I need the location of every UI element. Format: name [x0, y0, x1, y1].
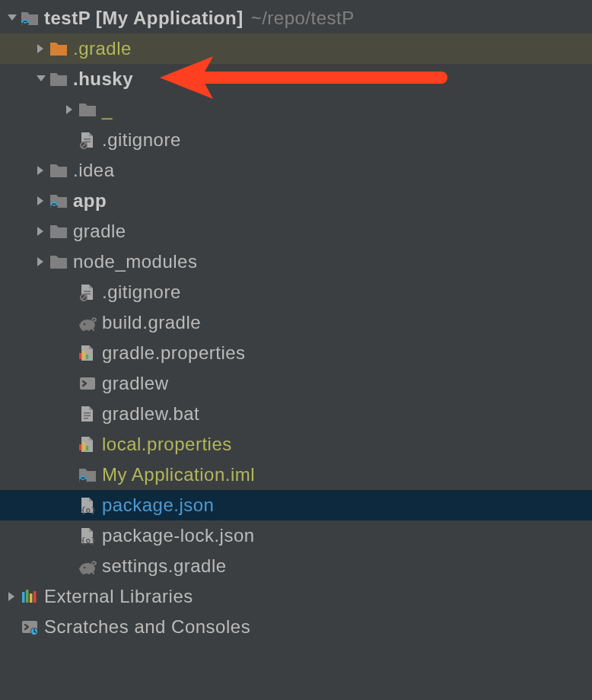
tree-item[interactable]: gradle.properties — [0, 338, 592, 368]
tree-item[interactable]: .gradle — [0, 33, 592, 64]
tree-item-label: gradlew.bat — [102, 403, 199, 425]
tree-item-label: package.json — [102, 495, 214, 516]
tree-item[interactable]: gradlew — [0, 368, 592, 399]
tree-item-label: _ — [102, 99, 113, 120]
tree-item-label: settings.gradle — [102, 555, 227, 577]
tree-item-label: External Libraries — [44, 586, 193, 607]
libraries-icon — [20, 587, 40, 606]
json-file-icon — [78, 496, 97, 514]
expand-toggle-icon[interactable] — [5, 14, 20, 23]
expand-toggle-icon[interactable] — [33, 196, 49, 206]
folder-gray-icon — [49, 222, 68, 240]
tree-item-label: .gradle — [73, 38, 132, 59]
tree-item[interactable]: My Application.iml — [0, 460, 592, 490]
tree-item-label: app — [73, 190, 107, 212]
tree-item-label: gradlew — [102, 373, 169, 394]
project-name: testP — [44, 8, 91, 28]
tree-item-label: .gitignore — [102, 129, 181, 151]
tree-item-label: local.properties — [102, 434, 232, 455]
tree-item[interactable]: .idea — [0, 155, 592, 186]
tree-item[interactable]: .gitignore — [0, 125, 592, 155]
tree-root[interactable]: testP [My Application]~/repo/testP — [0, 3, 592, 33]
folder-gray-icon — [49, 70, 68, 88]
file-generic-icon — [78, 405, 97, 423]
expand-toggle-icon[interactable] — [5, 591, 20, 602]
tree-item[interactable]: local.properties — [0, 429, 592, 460]
tree-item[interactable]: External Libraries — [0, 581, 592, 612]
tree-item-label: My Application.iml — [102, 464, 255, 485]
tree-item-label: build.gradle — [102, 312, 201, 333]
file-ignored-icon — [78, 283, 97, 301]
folder-gray-icon — [78, 100, 97, 119]
module-name: [My Application] — [96, 8, 243, 28]
properties-icon — [78, 435, 97, 453]
project-path: ~/repo/testP — [251, 8, 355, 28]
tree-item[interactable]: package.json — [0, 490, 592, 520]
tree-root-label: testP [My Application]~/repo/testP — [44, 8, 355, 29]
folder-gray-icon — [49, 253, 68, 271]
tree-item[interactable]: .gitignore — [0, 277, 592, 307]
tree-item-label: Scratches and Consoles — [44, 616, 250, 638]
file-ignored-icon — [78, 131, 97, 149]
tree-item-label: gradle — [73, 221, 126, 242]
gradle-elephant-icon — [78, 557, 97, 575]
tree-item[interactable]: settings.gradle — [0, 551, 592, 581]
tree-item-label: .husky — [73, 68, 133, 90]
json-file-icon — [78, 527, 97, 545]
tree-item-label: .gitignore — [102, 282, 181, 303]
expand-toggle-icon[interactable] — [33, 226, 49, 237]
tree-item-label: node_modules — [73, 251, 197, 272]
folder-gray-icon — [49, 161, 68, 180]
shell-icon — [78, 374, 97, 393]
tree-item[interactable]: app — [0, 186, 592, 216]
gradle-elephant-icon — [78, 313, 97, 332]
tree-item-label: .idea — [73, 160, 115, 181]
project-folder-icon — [78, 466, 97, 484]
expand-toggle-icon[interactable] — [62, 104, 78, 115]
tree-item[interactable]: gradlew.bat — [0, 399, 592, 429]
expand-toggle-icon[interactable] — [33, 256, 49, 267]
tree-item[interactable]: _ — [0, 94, 592, 125]
scratches-icon — [20, 618, 40, 636]
tree-item[interactable]: gradle — [0, 216, 592, 247]
project-folder-icon — [20, 9, 40, 27]
tree-item[interactable]: node_modules — [0, 247, 592, 277]
properties-icon — [78, 344, 97, 362]
project-folder-icon — [49, 192, 68, 210]
project-tree[interactable]: testP [My Application]~/repo/testP.gradl… — [0, 0, 592, 642]
expand-toggle-icon[interactable] — [33, 75, 49, 84]
tree-item-label: package-lock.json — [102, 525, 255, 546]
expand-toggle-icon[interactable] — [33, 165, 49, 176]
tree-item[interactable]: Scratches and Consoles — [0, 612, 592, 642]
tree-item[interactable]: package-lock.json — [0, 520, 592, 551]
tree-item[interactable]: .husky — [0, 64, 592, 94]
tree-item-label: gradle.properties — [102, 342, 246, 364]
folder-orange-icon — [49, 40, 68, 58]
expand-toggle-icon[interactable] — [33, 43, 49, 54]
tree-item[interactable]: build.gradle — [0, 307, 592, 338]
